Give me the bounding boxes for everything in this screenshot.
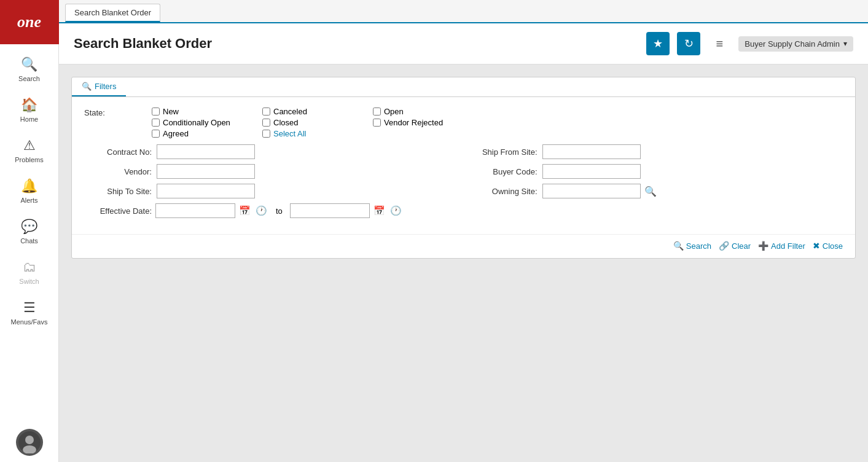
form-left: Contract No: Vendor: Ship To Site: — [84, 144, 458, 198]
buyer-code-row: Buyer Code: — [470, 164, 843, 179]
checkbox-agreed[interactable]: Agreed — [152, 129, 262, 138]
ship-to-site-input[interactable] — [157, 184, 255, 198]
sidebar-item-alerts-label: Alerts — [20, 197, 37, 204]
buyer-code-label: Buyer Code: — [470, 167, 538, 176]
clear-link-label: Clear — [732, 241, 751, 251]
tab-search-blanket-order[interactable]: Search Blanket Order — [65, 4, 160, 22]
hamburger-icon: ≡ — [716, 37, 724, 51]
clock-from-button[interactable]: 🕐 — [254, 204, 268, 217]
search-icon: 🔍 — [21, 57, 37, 72]
ship-to-site-label: Ship To Site: — [84, 187, 152, 196]
sidebar-nav: 🔍 Search 🏠 Home ⚠ Problems 🔔 Alerts 💬 Ch… — [0, 44, 58, 332]
user-dropdown[interactable]: Buyer Supply Chain Admin ▾ — [738, 36, 853, 52]
sidebar-item-chats-label: Chats — [20, 237, 38, 245]
add-filter-link-label: Add Filter — [771, 241, 805, 251]
chats-icon: 💬 — [21, 219, 37, 235]
menu-button[interactable]: ≡ — [708, 32, 731, 55]
filters-panel: 🔍 Filters State: New — [71, 77, 856, 259]
user-name: Buyer Supply Chain Admin — [745, 39, 840, 49]
avatar-icon — [18, 431, 41, 453]
effective-date-row: Effective Date: 📅 🕐 to 📅 🕐 — [84, 203, 843, 218]
state-row: State: New Conditionally Open — [84, 107, 843, 138]
checkbox-canceled[interactable]: Canceled — [262, 107, 373, 116]
alerts-icon: 🔔 — [21, 178, 37, 194]
ship-to-site-row: Ship To Site: — [84, 184, 458, 198]
filter-icon: 🔍 — [82, 82, 92, 91]
owning-site-input-wrap: 🔍 — [542, 184, 657, 198]
filters-tab-bar: 🔍 Filters — [72, 77, 855, 97]
effective-date-from-wrap: 📅 🕐 — [155, 203, 268, 218]
refresh-icon: ↻ — [684, 37, 694, 50]
owning-site-label: Owning Site: — [470, 187, 538, 196]
action-row: 🔍 Search 🔗 Clear ➕ Add Filter ✖ Close — [72, 234, 855, 258]
calendar-to-button[interactable]: 📅 — [372, 204, 386, 217]
sidebar-item-chats[interactable]: 💬 Chats — [2, 213, 57, 251]
checkbox-canceled-input[interactable] — [262, 108, 270, 116]
effective-date-label: Effective Date: — [84, 206, 152, 216]
checkbox-agreed-input[interactable] — [152, 130, 160, 138]
checkbox-closed[interactable]: Closed — [262, 118, 373, 127]
contract-no-label: Contract No: — [84, 147, 152, 157]
close-link-label: Close — [823, 241, 843, 251]
checkbox-conditionally-open[interactable]: Conditionally Open — [152, 118, 262, 127]
checkbox-new[interactable]: New — [152, 107, 262, 116]
refresh-button[interactable]: ↻ — [677, 32, 700, 55]
ship-from-site-input[interactable] — [542, 144, 641, 159]
sidebar-item-switch[interactable]: 🗂 Switch — [2, 253, 57, 291]
checkbox-conditionally-open-input[interactable] — [152, 119, 160, 127]
vendor-row: Vendor: — [84, 164, 458, 179]
vendor-label: Vendor: — [84, 167, 152, 176]
sidebar-item-search[interactable]: 🔍 Search — [2, 50, 57, 88]
vendor-input[interactable] — [157, 164, 255, 179]
sidebar-item-alerts[interactable]: 🔔 Alerts — [2, 172, 57, 210]
sidebar-item-home[interactable]: 🏠 Home — [2, 91, 57, 129]
menus-icon: ☰ — [23, 300, 36, 316]
close-link[interactable]: ✖ Close — [813, 241, 843, 251]
checkbox-new-input[interactable] — [152, 108, 160, 116]
add-filter-icon: ➕ — [758, 241, 768, 251]
checkbox-vendor-rejected-label: Vendor Rejected — [384, 118, 443, 127]
contract-no-row: Contract No: — [84, 144, 458, 159]
checkbox-canceled-label: Canceled — [273, 107, 307, 116]
checkbox-col-2: Canceled Closed Select All — [262, 107, 373, 138]
form-grid: Contract No: Vendor: Ship To Site: — [84, 144, 843, 198]
checkbox-open[interactable]: Open — [373, 107, 483, 116]
effective-date-from-input[interactable] — [155, 203, 235, 218]
checkbox-vendor-rejected[interactable]: Vendor Rejected — [373, 118, 483, 127]
search-link-label: Search — [686, 241, 711, 251]
sidebar-item-search-label: Search — [18, 75, 40, 82]
app-logo[interactable]: one — [0, 0, 59, 44]
checkbox-new-label: New — [163, 107, 179, 116]
clear-link[interactable]: 🔗 Clear — [719, 241, 751, 251]
clock-to-button[interactable]: 🕐 — [389, 204, 403, 217]
contract-no-input[interactable] — [157, 144, 255, 159]
owning-site-input[interactable] — [542, 184, 641, 198]
tab-label: Search Blanket Order — [74, 8, 151, 17]
sidebar: one 🔍 Search 🏠 Home ⚠ Problems 🔔 Alerts … — [0, 0, 59, 462]
add-filter-link[interactable]: ➕ Add Filter — [758, 241, 805, 251]
calendar-from-button[interactable]: 📅 — [238, 204, 252, 217]
checkbox-open-input[interactable] — [373, 108, 381, 116]
tab-filters[interactable]: 🔍 Filters — [72, 77, 126, 96]
effective-date-to-input[interactable] — [290, 203, 370, 218]
checkbox-vendor-rejected-input[interactable] — [373, 119, 381, 127]
checkbox-select-all-input[interactable] — [262, 130, 270, 138]
user-avatar[interactable] — [16, 429, 43, 456]
tab-bar: Search Blanket Order — [59, 0, 868, 23]
checkbox-open-label: Open — [384, 107, 404, 116]
form-right: Ship From Site: Buyer Code: Owning Site:… — [470, 144, 843, 198]
favorite-button[interactable]: ★ — [646, 32, 670, 55]
buyer-code-input[interactable] — [542, 164, 641, 179]
close-icon: ✖ — [813, 241, 820, 251]
search-link[interactable]: 🔍 Search — [673, 241, 711, 251]
svg-point-1 — [25, 436, 34, 444]
checkbox-closed-input[interactable] — [262, 119, 270, 127]
problems-icon: ⚠ — [23, 138, 36, 154]
select-all-link[interactable]: Select All — [273, 129, 306, 138]
date-to-label: to — [272, 206, 286, 216]
effective-date-to-wrap: 📅 🕐 — [290, 203, 403, 218]
content-area: 🔍 Filters State: New — [59, 65, 868, 462]
sidebar-item-menus[interactable]: ☰ Menus/Favs — [2, 294, 57, 332]
sidebar-item-problems[interactable]: ⚠ Problems — [2, 131, 57, 170]
owning-site-search-button[interactable]: 🔍 — [644, 186, 657, 197]
